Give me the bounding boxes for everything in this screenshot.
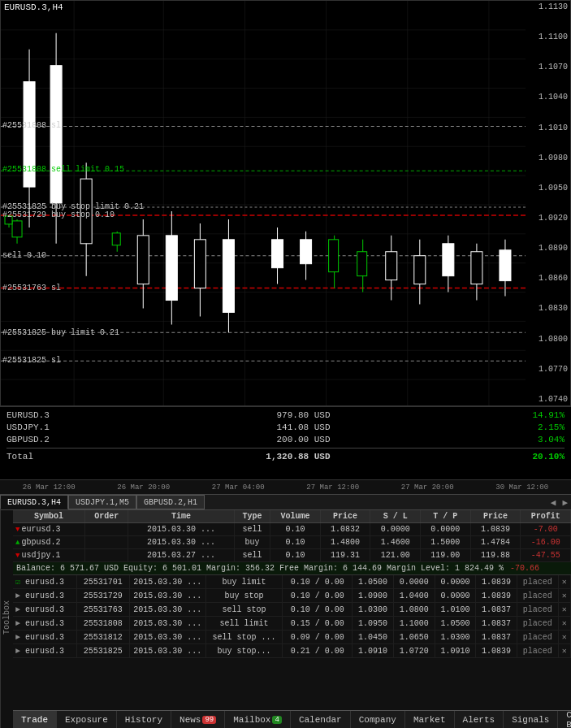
mailbox-badge: 4 <box>272 716 281 724</box>
time-axis: 26 Mar 12:00 26 Mar 20:00 27 Mar 04:00 2… <box>0 479 571 494</box>
arrow-icon-2: ► <box>15 605 20 614</box>
arrow-icon-5: ► <box>15 647 20 656</box>
tab-company[interactable]: Company <box>351 711 405 728</box>
pending-row: ☑ eurusd.3 25531701 2015.03.30 ... buy l… <box>13 575 571 589</box>
buy-icon: ▲ <box>15 539 19 547</box>
col-order[interactable]: Order <box>85 510 128 523</box>
svg-rect-48 <box>301 240 312 264</box>
chart-tab-0[interactable]: EURUSD.3,H4 <box>0 495 68 509</box>
svg-rect-38 <box>137 236 149 284</box>
summary-panel: EURUSD.3 979.80 USD 14.91% USDJPY.1 141.… <box>0 406 571 479</box>
arrow-icon-3: ► <box>15 619 20 628</box>
check-icon: ☑ <box>15 578 20 587</box>
order-label-buystop: #25531729 buy stop 0.10 <box>2 210 115 219</box>
order-label-buylimit: #25531825 buy limit 0.21 <box>2 328 119 337</box>
chart-title: EURUSD.3,H4 <box>4 2 63 12</box>
svg-rect-52 <box>357 252 367 276</box>
chart-tab-next[interactable]: ▶ <box>559 497 571 508</box>
sell-icon-2: ▼ <box>15 552 19 560</box>
col-close-price[interactable]: Price <box>470 510 521 523</box>
tab-history[interactable]: History <box>117 711 171 728</box>
table-row: ▼eurusd.3 2015.03.30 ... sell 0.10 1.083… <box>13 523 571 536</box>
svg-rect-46 <box>272 240 283 268</box>
close-pending-0[interactable]: ✕ <box>562 578 567 587</box>
tab-calendar[interactable]: Calendar <box>291 711 351 728</box>
col-type[interactable]: Type <box>234 510 270 523</box>
trade-table-header: Symbol Order Time Type Volume Price S / … <box>13 510 571 523</box>
chart-tabs: EURUSD.3,H4 USDJPY.1,M5 GBPUSD.2,H1 ◀ ▶ <box>0 494 571 510</box>
svg-rect-56 <box>414 256 426 284</box>
news-badge: 99 <box>202 716 216 724</box>
sell-icon: ▼ <box>15 526 19 534</box>
svg-rect-44 <box>223 240 234 313</box>
tab-trade[interactable]: Trade <box>13 711 57 728</box>
arrow-icon-4: ► <box>15 633 20 642</box>
summary-row-eurusd: EURUSD.3 979.80 USD 14.91% <box>6 410 565 420</box>
table-row: ▼usdjpy.1 2015.03.27 ... sell 0.10 119.3… <box>13 549 571 562</box>
tab-market[interactable]: Market <box>405 711 455 728</box>
tab-news[interactable]: News99 <box>171 711 225 728</box>
summary-row-gbpusd: GBPUSD.2 200.00 USD 3.04% <box>6 435 565 444</box>
trade-table: Symbol Order Time Type Volume Price S / … <box>13 510 571 562</box>
trade-table-area: Symbol Order Time Type Volume Price S / … <box>13 510 571 710</box>
svg-rect-60 <box>471 252 482 284</box>
close-pending-2[interactable]: ✕ <box>562 605 567 614</box>
close-pending-4[interactable]: ✕ <box>562 633 567 642</box>
table-row: ▲gbpusd.2 2015.03.30 ... buy 0.10 1.4800… <box>13 536 571 549</box>
svg-rect-42 <box>194 240 205 288</box>
balance-row: Balance: 6 571.67 USD Equity: 6 501.01 M… <box>13 562 571 575</box>
price-axis: 1.1130 1.1100 1.1070 1.1040 1.1010 1.098… <box>526 1 570 405</box>
chart-tab-2[interactable]: GBPUSD.2,H1 <box>136 495 205 509</box>
pending-row: ► eurusd.3 25531812 2015.03.30 ... sell … <box>13 630 571 644</box>
svg-rect-50 <box>329 240 339 272</box>
svg-rect-32 <box>12 221 22 237</box>
svg-rect-64 <box>112 233 120 245</box>
svg-rect-62 <box>500 250 511 281</box>
svg-rect-58 <box>443 244 454 276</box>
svg-rect-54 <box>386 252 397 280</box>
pending-row: ► eurusd.3 25531825 2015.03.30 ... buy s… <box>13 644 571 658</box>
chart-tab-scroll: ◀ ▶ <box>547 497 571 508</box>
toolbox: Toolbox <box>0 510 13 728</box>
svg-rect-30 <box>50 66 62 203</box>
summary-row-usdjpy: USDJPY.1 141.08 USD 2.15% <box>6 422 565 432</box>
tab-alerts[interactable]: Alerts <box>455 711 504 728</box>
tab-codebase[interactable]: Code Base <box>558 711 571 728</box>
tab-signals[interactable]: Signals <box>504 711 558 728</box>
col-tp[interactable]: T / P <box>421 510 471 523</box>
close-pending-5[interactable]: ✕ <box>562 647 567 656</box>
tab-mailbox[interactable]: Mailbox4 <box>225 711 291 728</box>
chart-tab-prev[interactable]: ◀ <box>547 497 560 508</box>
chart-area: EURUSD.3,H4 <box>0 0 571 406</box>
col-sl[interactable]: S / L <box>370 510 421 523</box>
summary-total-row: Total 1,320.88 USD 20.10% <box>6 452 565 462</box>
col-time[interactable]: Time <box>128 510 234 523</box>
order-label-selllimit: #25531808 sell limit 0.15 <box>2 165 124 174</box>
pending-row: ► eurusd.3 25531729 2015.03.30 ... buy s… <box>13 589 571 603</box>
bottom-tabs: Trade Exposure History News99 Mailbox4 C… <box>13 710 571 728</box>
pending-row: ► eurusd.3 25531808 2015.03.30 ... sell … <box>13 617 571 630</box>
arrow-icon-1: ► <box>15 592 20 600</box>
chart-tab-1[interactable]: USDJPY.1,M5 <box>68 495 136 509</box>
col-symbol[interactable]: Symbol <box>13 510 85 523</box>
toolbox-label: Toolbox <box>2 600 11 635</box>
svg-rect-40 <box>166 236 177 301</box>
tab-exposure[interactable]: Exposure <box>57 711 117 728</box>
order-label-sl-1: #25531808 sl <box>2 121 61 130</box>
col-profit[interactable]: Profit <box>521 510 571 523</box>
order-label-sell: sell 0.10 <box>2 251 46 260</box>
order-label-sl-3: #25531825 sl <box>2 356 61 365</box>
order-label-sl-2: #25531763 sl <box>2 284 61 292</box>
col-price[interactable]: Price <box>320 510 370 523</box>
close-pending-3[interactable]: ✕ <box>562 619 567 628</box>
pending-table: ☑ eurusd.3 25531701 2015.03.30 ... buy l… <box>13 575 571 658</box>
pending-row: ► eurusd.3 25531763 2015.03.30 ... sell … <box>13 603 571 617</box>
close-pending-1[interactable]: ✕ <box>562 592 567 600</box>
col-volume[interactable]: Volume <box>270 510 321 523</box>
